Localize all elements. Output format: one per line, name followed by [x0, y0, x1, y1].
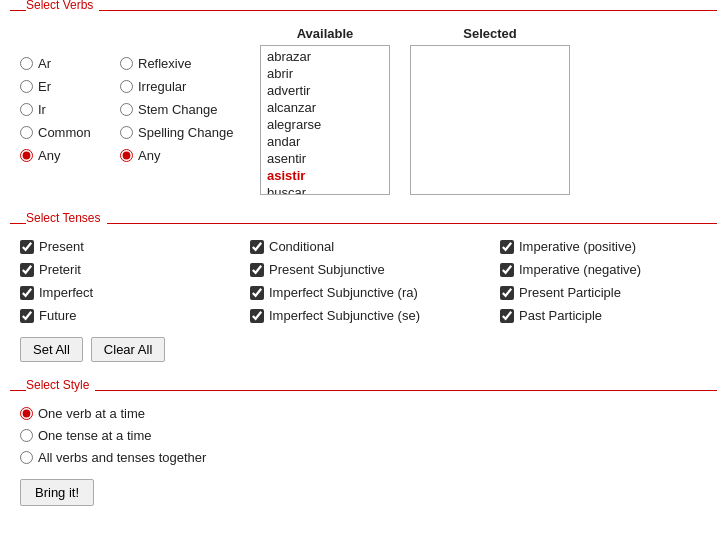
style-radio-all-together[interactable]: [20, 451, 33, 464]
verb-mod-radio-any-mod[interactable]: [120, 149, 133, 162]
verb-mod-any-mod[interactable]: Any: [120, 148, 240, 163]
tense-present[interactable]: Present: [20, 239, 240, 254]
list-item[interactable]: alegrarse: [261, 116, 389, 133]
style-option-all-together[interactable]: All verbs and tenses together: [20, 450, 707, 465]
verb-type-ar[interactable]: Ar: [20, 56, 120, 71]
tense-preterit[interactable]: Preterit: [20, 262, 240, 277]
tense-label-imperfect-subjunctive-ra: Imperfect Subjunctive (ra): [269, 285, 418, 300]
select-verbs-title: Select Verbs: [26, 0, 99, 12]
list-item[interactable]: asistir: [261, 167, 389, 184]
available-label: Available: [297, 26, 354, 41]
list-item[interactable]: advertir: [261, 82, 389, 99]
tense-label-preterit: Preterit: [39, 262, 81, 277]
tense-label-imperfect-subjunctive-se: Imperfect Subjunctive (se): [269, 308, 420, 323]
tense-imperative-positive[interactable]: Imperative (positive): [500, 239, 727, 254]
tense-checkbox-present-participle[interactable]: [500, 286, 514, 300]
verb-type-radio-any[interactable]: [20, 149, 33, 162]
verb-mod-label-reflexive: Reflexive: [138, 56, 191, 71]
tense-label-imperative-negative: Imperative (negative): [519, 262, 641, 277]
tense-checkbox-imperfect-subjunctive-ra[interactable]: [250, 286, 264, 300]
verb-mod-radio-stem-change[interactable]: [120, 103, 133, 116]
verb-type-common[interactable]: Common: [20, 125, 120, 140]
verbs-layout: ArErIrCommonAny ReflexiveIrregularStem C…: [20, 26, 707, 195]
tense-conditional[interactable]: Conditional: [250, 239, 490, 254]
tense-checkbox-imperative-negative[interactable]: [500, 263, 514, 277]
tense-label-present: Present: [39, 239, 84, 254]
verb-type-radio-common[interactable]: [20, 126, 33, 139]
style-options-group: One verb at a timeOne tense at a timeAll…: [20, 406, 707, 465]
tense-present-subjunctive[interactable]: Present Subjunctive: [250, 262, 490, 277]
style-option-one-verb[interactable]: One verb at a time: [20, 406, 707, 421]
verb-modifiers-group: ReflexiveIrregularStem ChangeSpelling Ch…: [120, 26, 240, 163]
style-radio-one-verb[interactable]: [20, 407, 33, 420]
selected-list[interactable]: [410, 45, 570, 195]
verb-type-label-er: Er: [38, 79, 51, 94]
list-item[interactable]: andar: [261, 133, 389, 150]
list-item[interactable]: abrir: [261, 65, 389, 82]
style-radio-one-tense[interactable]: [20, 429, 33, 442]
tense-checkbox-imperfect[interactable]: [20, 286, 34, 300]
tense-imperative-negative[interactable]: Imperative (negative): [500, 262, 727, 277]
tense-checkbox-imperfect-subjunctive-se[interactable]: [250, 309, 264, 323]
tense-label-present-subjunctive: Present Subjunctive: [269, 262, 385, 277]
tense-checkbox-present-subjunctive[interactable]: [250, 263, 264, 277]
bring-it-button[interactable]: Bring it!: [20, 479, 94, 506]
verb-type-er[interactable]: Er: [20, 79, 120, 94]
verb-type-label-ir: Ir: [38, 102, 46, 117]
select-tenses-title: Select Tenses: [26, 211, 107, 225]
verb-mod-label-irregular: Irregular: [138, 79, 186, 94]
tense-checkbox-imperative-positive[interactable]: [500, 240, 514, 254]
verb-mod-reflexive[interactable]: Reflexive: [120, 56, 240, 71]
verb-type-radio-ir[interactable]: [20, 103, 33, 116]
select-tenses-section: Select Tenses PresentConditionalImperati…: [10, 223, 717, 372]
verb-lists: Available abrazarabriradvertiralcanzaral…: [260, 26, 570, 195]
list-item[interactable]: abrazar: [261, 48, 389, 65]
verb-mod-label-stem-change: Stem Change: [138, 102, 218, 117]
tense-imperfect-subjunctive-se[interactable]: Imperfect Subjunctive (se): [250, 308, 490, 323]
available-list[interactable]: abrazarabriradvertiralcanzaralegrarseand…: [260, 45, 390, 195]
verb-types-group: ArErIrCommonAny: [20, 26, 120, 163]
verb-mod-stem-change[interactable]: Stem Change: [120, 102, 240, 117]
tense-checkbox-conditional[interactable]: [250, 240, 264, 254]
set-all-button[interactable]: Set All: [20, 337, 83, 362]
style-label-one-tense: One tense at a time: [38, 428, 151, 443]
verb-type-radio-er[interactable]: [20, 80, 33, 93]
verb-mod-radio-irregular[interactable]: [120, 80, 133, 93]
verb-mod-label-spelling-change: Spelling Change: [138, 125, 233, 140]
tense-checkbox-past-participle[interactable]: [500, 309, 514, 323]
tense-checkbox-present[interactable]: [20, 240, 34, 254]
tenses-buttons: Set All Clear All: [20, 337, 707, 362]
selected-label: Selected: [463, 26, 516, 41]
clear-all-button[interactable]: Clear All: [91, 337, 165, 362]
verb-mod-radio-spelling-change[interactable]: [120, 126, 133, 139]
verb-type-label-ar: Ar: [38, 56, 51, 71]
select-style-title: Select Style: [26, 378, 95, 392]
tense-checkbox-preterit[interactable]: [20, 263, 34, 277]
tense-checkbox-future[interactable]: [20, 309, 34, 323]
tenses-grid: PresentConditionalImperative (positive)P…: [20, 239, 707, 323]
tense-label-conditional: Conditional: [269, 239, 334, 254]
list-item[interactable]: alcanzar: [261, 99, 389, 116]
tense-past-participle[interactable]: Past Participle: [500, 308, 727, 323]
tense-label-future: Future: [39, 308, 77, 323]
style-label-one-verb: One verb at a time: [38, 406, 145, 421]
selected-list-container: Selected: [410, 26, 570, 195]
verb-type-any[interactable]: Any: [20, 148, 120, 163]
select-verbs-section: Select Verbs ArErIrCommonAny ReflexiveIr…: [10, 10, 717, 205]
tense-imperfect-subjunctive-ra[interactable]: Imperfect Subjunctive (ra): [250, 285, 490, 300]
tense-imperfect[interactable]: Imperfect: [20, 285, 240, 300]
verb-type-label-common: Common: [38, 125, 91, 140]
verb-type-ir[interactable]: Ir: [20, 102, 120, 117]
verb-mod-spelling-change[interactable]: Spelling Change: [120, 125, 240, 140]
list-item[interactable]: asentir: [261, 150, 389, 167]
verb-mod-irregular[interactable]: Irregular: [120, 79, 240, 94]
tense-present-participle[interactable]: Present Participle: [500, 285, 727, 300]
style-option-one-tense[interactable]: One tense at a time: [20, 428, 707, 443]
verb-mod-radio-reflexive[interactable]: [120, 57, 133, 70]
tense-label-imperfect: Imperfect: [39, 285, 93, 300]
tense-label-past-participle: Past Participle: [519, 308, 602, 323]
list-item[interactable]: buscar: [261, 184, 389, 195]
verb-mod-label-any-mod: Any: [138, 148, 160, 163]
tense-future[interactable]: Future: [20, 308, 240, 323]
verb-type-radio-ar[interactable]: [20, 57, 33, 70]
